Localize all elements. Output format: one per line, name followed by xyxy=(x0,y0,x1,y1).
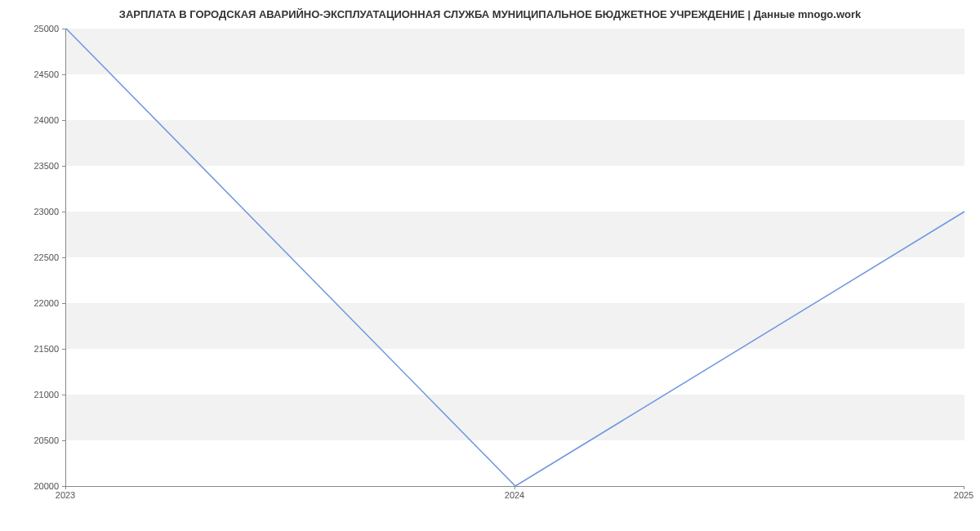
y-tick-mark xyxy=(62,440,65,441)
y-tick-mark xyxy=(62,212,65,212)
y-tick-label: 21000 xyxy=(10,390,59,399)
plot-area xyxy=(65,29,964,487)
y-tick-label: 24500 xyxy=(10,69,59,79)
chart-container: ЗАРПЛАТА В ГОРОДСКАЯ АВАРИЙНО-ЭКСПЛУАТАЦ… xyxy=(0,0,980,531)
y-tick-mark xyxy=(62,120,65,121)
y-tick-label: 23000 xyxy=(10,207,59,216)
y-tick-mark xyxy=(62,349,65,350)
y-tick-label: 22500 xyxy=(10,252,59,262)
line-series xyxy=(66,29,964,486)
y-tick-mark xyxy=(62,166,65,167)
x-tick-label: 2023 xyxy=(56,490,75,500)
x-tick-label: 2025 xyxy=(954,490,973,500)
chart-title: ЗАРПЛАТА В ГОРОДСКАЯ АВАРИЙНО-ЭКСПЛУАТАЦ… xyxy=(0,0,980,25)
y-tick-label: 24000 xyxy=(10,115,59,125)
x-tick-mark xyxy=(514,486,515,489)
y-tick-label: 25000 xyxy=(10,24,59,33)
y-tick-label: 22000 xyxy=(10,298,59,308)
x-tick-mark xyxy=(65,486,66,489)
x-tick-mark xyxy=(964,486,964,489)
y-tick-mark xyxy=(62,257,65,258)
y-tick-label: 23500 xyxy=(10,161,59,171)
x-tick-label: 2024 xyxy=(505,490,524,500)
y-tick-mark xyxy=(62,395,65,395)
y-tick-label: 21500 xyxy=(10,344,59,354)
y-tick-mark xyxy=(62,29,65,29)
y-tick-mark xyxy=(62,74,65,75)
y-tick-label: 20500 xyxy=(10,435,59,445)
y-tick-mark xyxy=(62,303,65,304)
y-tick-label: 20000 xyxy=(10,481,59,491)
